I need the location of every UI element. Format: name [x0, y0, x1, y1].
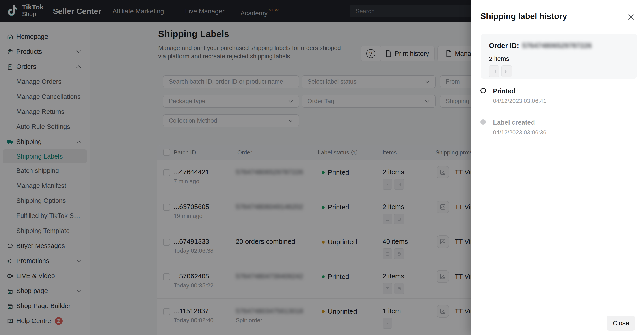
timeline-event-printed: Printed 04/12/2023 03:06:41 — [480, 88, 546, 105]
shipping-label-history-drawer: Shipping label history Order ID: 5764748… — [470, 0, 644, 335]
close-button[interactable]: Close — [606, 316, 635, 330]
product-thumbnail — [502, 66, 512, 77]
timeline-current-marker — [480, 88, 486, 93]
timeline-event-label: Label created — [493, 119, 546, 126]
order-id-blurred: 576474806529787226 — [522, 42, 592, 50]
timeline-event-label-created: Label created 04/12/2023 03:06:36 — [480, 119, 546, 136]
close-icon[interactable] — [627, 13, 635, 21]
timeline-past-marker — [480, 119, 486, 125]
timeline-connector — [483, 95, 483, 114]
app-root: TikTok Shop Seller Center Affiliate Mark… — [0, 0, 644, 335]
drawer-items-count: 2 items — [489, 55, 629, 62]
product-thumbnail — [489, 66, 499, 77]
order-id-label: Order ID: — [489, 42, 519, 50]
drawer-title: Shipping label history — [480, 12, 567, 21]
order-summary-card: Order ID: 576474806529787226 2 items — [481, 34, 637, 79]
label-history-timeline: Printed 04/12/2023 03:06:41 Label create… — [480, 88, 546, 136]
drawer-item-thumbnails — [489, 66, 629, 77]
timeline-event-time: 04/12/2023 03:06:41 — [493, 98, 546, 105]
timeline-event-time: 04/12/2023 03:06:36 — [493, 129, 546, 136]
timeline-event-label: Printed — [493, 88, 546, 95]
modal-dim-overlay[interactable] — [0, 0, 470, 335]
